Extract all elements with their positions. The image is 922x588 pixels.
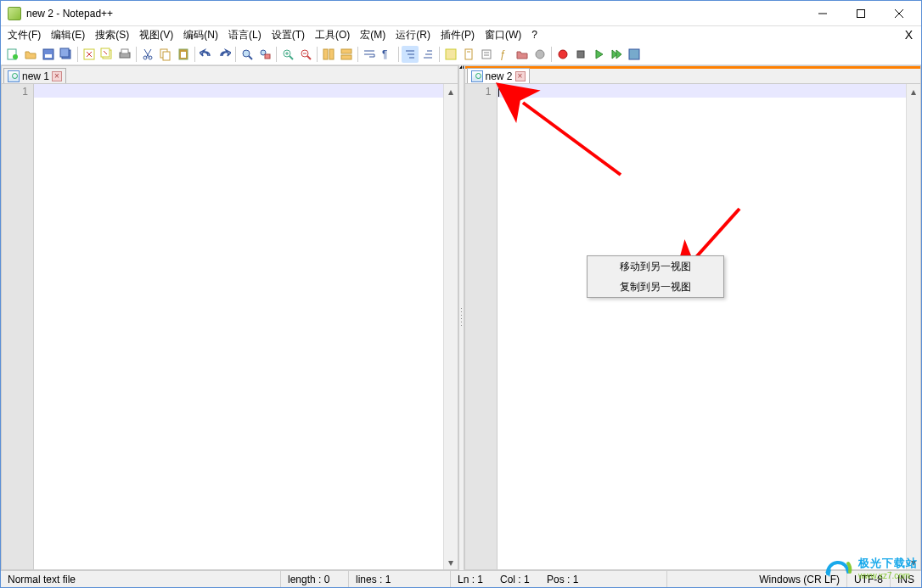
menu-x-button[interactable]: X (898, 26, 919, 43)
svg-rect-25 (181, 52, 186, 58)
monitor-icon[interactable] (531, 46, 548, 63)
wordwrap-icon[interactable] (361, 46, 378, 63)
folder-as-workspace-icon[interactable] (514, 46, 531, 63)
sync-h-icon[interactable] (338, 46, 355, 63)
zoom-in-icon[interactable] (279, 46, 296, 63)
file-icon (471, 70, 483, 82)
indent-guide-icon[interactable] (402, 46, 419, 63)
redo-icon[interactable] (216, 46, 233, 63)
menu-help[interactable]: ? (526, 27, 543, 42)
menu-view[interactable]: 视图(V) (134, 26, 178, 44)
status-ln: Ln : 1 (451, 571, 493, 587)
minimize-button[interactable] (803, 2, 841, 25)
svg-rect-63 (629, 49, 639, 59)
find-icon[interactable] (239, 46, 256, 63)
play-multi-icon[interactable] (608, 46, 625, 63)
svg-point-26 (243, 50, 250, 57)
sync-v-icon[interactable] (320, 46, 337, 63)
right-tab-bar: new 2 × (465, 66, 921, 84)
record-macro-icon[interactable] (554, 46, 571, 63)
show-all-chars-icon[interactable]: ¶ (379, 46, 396, 63)
right-editor[interactable]: 1 ▴ ▾ (465, 84, 921, 569)
svg-rect-40 (341, 55, 351, 59)
menu-encoding[interactable]: 编码(N) (178, 26, 223, 44)
tab-new-1[interactable]: new 1 × (3, 68, 66, 83)
svg-point-58 (559, 50, 567, 59)
line-gutter: 1 (2, 84, 34, 569)
svg-point-5 (13, 54, 18, 59)
print-icon[interactable] (116, 46, 133, 63)
svg-rect-53 (482, 50, 491, 59)
doclist-icon[interactable] (478, 46, 495, 63)
text-area[interactable] (498, 84, 907, 569)
menu-edit[interactable]: 编辑(E) (46, 26, 90, 44)
open-file-icon[interactable] (22, 46, 39, 63)
svg-rect-39 (341, 49, 351, 53)
vertical-scrollbar[interactable]: ▴ ▾ (443, 84, 458, 569)
svg-rect-50 (446, 49, 456, 59)
userdef-icon[interactable] (442, 46, 459, 63)
svg-rect-1 (857, 9, 864, 17)
left-tab-bar: new 1 × (2, 66, 458, 84)
tab-close-icon[interactable]: × (515, 71, 526, 81)
menu-settings[interactable]: 设置(T) (267, 26, 310, 44)
func-list-icon[interactable]: ƒ (496, 46, 513, 63)
vertical-scrollbar[interactable]: ▴ ▾ (906, 84, 920, 569)
close-all-icon[interactable] (98, 46, 115, 63)
svg-marker-64 (459, 65, 462, 69)
menu-tools[interactable]: 工具(O) (310, 26, 355, 44)
status-length: length : 0 (281, 571, 349, 587)
context-menu: 移动到另一视图 复制到另一视图 (587, 255, 724, 298)
tab-close-icon[interactable]: × (52, 71, 62, 81)
tab-new-2[interactable]: new 2 × (467, 68, 530, 83)
splitter[interactable] (458, 65, 464, 570)
svg-rect-7 (45, 54, 52, 58)
current-line-highlight (498, 84, 907, 98)
svg-line-35 (307, 56, 311, 59)
scroll-down-icon[interactable]: ▾ (444, 555, 458, 569)
watermark-logo-icon (823, 557, 853, 580)
tab-label: new 1 (22, 70, 49, 82)
cut-icon[interactable] (139, 46, 156, 63)
title-bar: new 2 - Notepad++ (1, 1, 921, 26)
app-icon (8, 7, 21, 20)
window-title: new 2 - Notepad++ (26, 8, 803, 20)
menu-plugins[interactable]: 插件(P) (436, 26, 480, 44)
svg-rect-29 (265, 54, 270, 59)
close-file-icon[interactable] (81, 46, 98, 63)
scroll-up-icon[interactable]: ▴ (444, 84, 458, 98)
status-lines: lines : 1 (349, 571, 451, 587)
tab-label: new 2 (486, 70, 513, 82)
maximize-button[interactable] (841, 2, 880, 25)
file-icon (8, 70, 20, 82)
undo-icon[interactable] (198, 46, 215, 63)
menu-file[interactable]: 文件(F) (3, 26, 46, 44)
play-macro-icon[interactable] (590, 46, 607, 63)
ctx-clone-to-other-view[interactable]: 复制到另一视图 (587, 277, 723, 297)
menu-bar: 文件(F) 编辑(E) 搜索(S) 视图(V) 编码(N) 语言(L) 设置(T… (1, 26, 921, 43)
svg-text:ƒ: ƒ (500, 48, 506, 60)
save-macro-icon[interactable] (626, 46, 643, 63)
caret (498, 85, 499, 97)
ctx-move-to-other-view[interactable]: 移动到另一视图 (587, 256, 723, 277)
close-button[interactable] (880, 2, 918, 25)
split-panes: new 1 × 1 ▴ ▾ new 2 × (1, 65, 921, 570)
scroll-up-icon[interactable]: ▴ (907, 84, 920, 98)
docmap-icon[interactable] (460, 46, 477, 63)
text-area[interactable] (34, 84, 443, 569)
save-file-icon[interactable] (40, 46, 57, 63)
save-all-icon[interactable] (58, 46, 75, 63)
menu-macro[interactable]: 宏(M) (355, 26, 391, 44)
left-editor[interactable]: 1 ▴ ▾ (2, 84, 458, 569)
zoom-out-icon[interactable] (297, 46, 314, 63)
outdent-guide-icon[interactable] (419, 46, 436, 63)
menu-language[interactable]: 语言(L) (223, 26, 267, 44)
replace-icon[interactable] (256, 46, 273, 63)
menu-window[interactable]: 窗口(W) (480, 26, 526, 44)
copy-icon[interactable] (157, 46, 174, 63)
menu-run[interactable]: 运行(R) (391, 26, 436, 44)
new-file-icon[interactable] (4, 46, 21, 63)
paste-icon[interactable] (175, 46, 192, 63)
menu-search[interactable]: 搜索(S) (90, 26, 134, 44)
stop-macro-icon[interactable] (572, 46, 589, 63)
